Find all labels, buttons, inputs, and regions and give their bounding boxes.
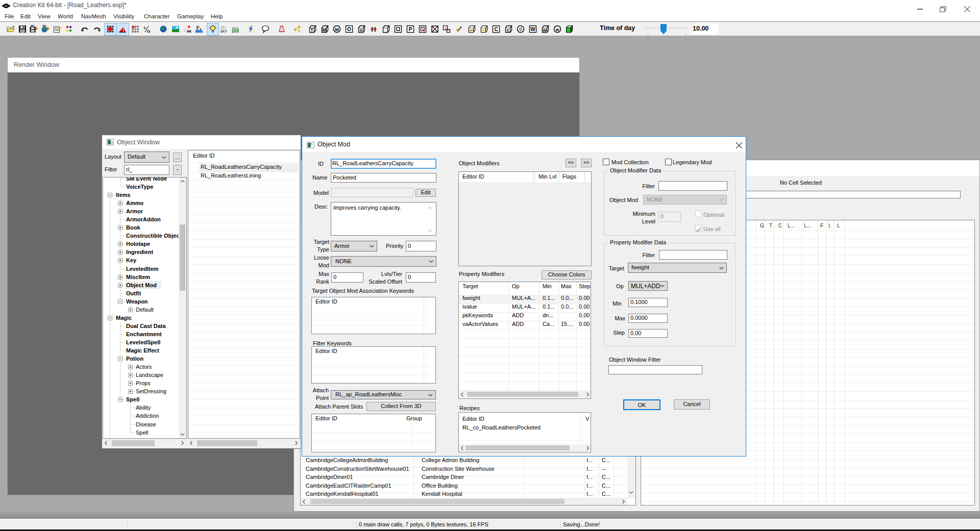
svg-text:W: W xyxy=(530,27,535,32)
svg-text:w: w xyxy=(555,27,559,32)
svg-text:PC: PC xyxy=(31,25,35,28)
svg-text:©: © xyxy=(519,27,523,32)
svg-text:c: c xyxy=(506,28,509,33)
svg-text:P: P xyxy=(409,27,412,32)
svg-text:M: M xyxy=(335,27,339,32)
svg-text:o: o xyxy=(359,28,362,33)
svg-text:O: O xyxy=(347,27,351,32)
svg-text:w: w xyxy=(542,28,547,33)
svg-text:L: L xyxy=(144,26,146,30)
svg-text:M: M xyxy=(322,28,326,33)
svg-text:G: G xyxy=(147,29,150,34)
svg-text:x: x xyxy=(200,28,202,31)
svg-text:PC: PC xyxy=(42,25,46,28)
svg-text:HK: HK xyxy=(187,30,191,33)
svg-text:T: T xyxy=(310,28,313,33)
svg-text:SKY: SKY xyxy=(220,30,228,33)
svg-text:C: C xyxy=(494,27,498,32)
